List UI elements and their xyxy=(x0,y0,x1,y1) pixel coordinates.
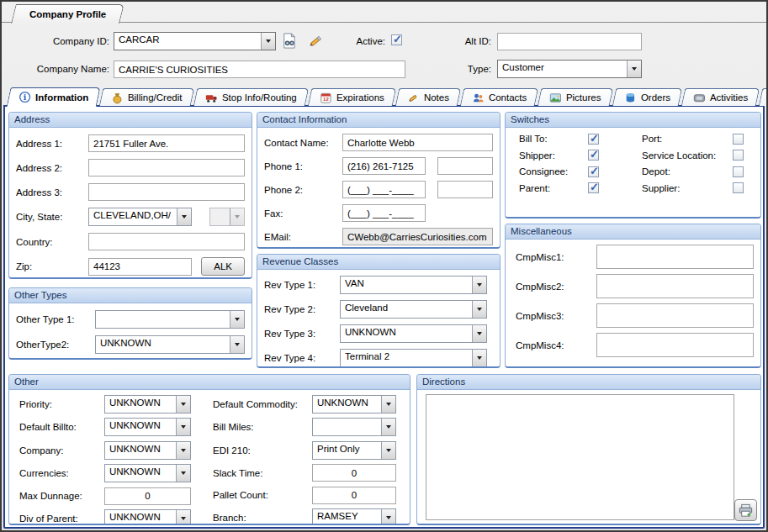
tab-stop-info-routing[interactable]: Stop Info/Routing xyxy=(193,88,309,106)
search-document-button[interactable] xyxy=(278,30,299,50)
alk-button[interactable]: ALK xyxy=(201,257,245,276)
address3-input[interactable] xyxy=(88,183,245,201)
tab-notes[interactable]: Notes xyxy=(395,88,461,106)
rev-type4-combobox[interactable]: Terminal 2 xyxy=(340,349,487,367)
address2-input[interactable] xyxy=(88,159,245,176)
tab-expirations[interactable]: 12 Expirations xyxy=(307,88,395,106)
tab-information[interactable]: i Information xyxy=(6,87,100,108)
document-tab-company-profile[interactable]: Company Profile xyxy=(11,4,124,24)
print-button[interactable] xyxy=(734,499,757,521)
rev-type1-combobox[interactable]: VAN xyxy=(340,276,487,294)
currencies-label: Currencies: xyxy=(19,468,104,478)
chevron-down-icon[interactable] xyxy=(627,61,641,77)
cmpmisc4-label: CmpMisc4: xyxy=(516,340,596,350)
div-of-parent-combobox[interactable]: UNKNOWN xyxy=(104,509,191,525)
edi-210-label: EDI 210: xyxy=(213,445,312,456)
port-checkbox[interactable] xyxy=(733,134,744,145)
parent-checkbox[interactable] xyxy=(588,182,599,193)
email-input[interactable] xyxy=(342,228,493,245)
bill-miles-combobox[interactable] xyxy=(312,418,396,436)
chevron-down-icon[interactable] xyxy=(176,442,190,459)
alt-id-input[interactable] xyxy=(497,33,642,50)
contact-name-input[interactable] xyxy=(342,134,493,151)
phone2-ext-input[interactable] xyxy=(437,181,493,198)
max-dunnage-input[interactable] xyxy=(104,487,191,505)
consignee-checkbox[interactable] xyxy=(588,166,599,177)
phone1-input[interactable] xyxy=(342,157,426,175)
cmpmisc1-input[interactable] xyxy=(596,245,754,269)
tab-quotes[interactable]: ” Quotes xyxy=(759,88,768,106)
fax-input[interactable] xyxy=(342,204,426,222)
phone2-input[interactable] xyxy=(342,181,426,198)
rev-type2-combobox[interactable]: Cleveland xyxy=(340,300,487,319)
default-commodity-combobox[interactable]: UNKNOWN xyxy=(312,395,396,413)
cmpmisc4-input[interactable] xyxy=(596,333,754,357)
other-type1-combobox[interactable] xyxy=(95,310,245,329)
company-id-combobox[interactable]: CARCAR xyxy=(114,32,276,50)
pallet-count-input[interactable] xyxy=(312,487,396,504)
company-combobox[interactable]: UNKNOWN xyxy=(104,441,191,460)
rev-type3-combobox[interactable]: UNKNOWN xyxy=(340,324,487,343)
chevron-down-icon[interactable] xyxy=(472,350,486,366)
chevron-down-icon[interactable] xyxy=(176,419,190,435)
country-input[interactable] xyxy=(88,233,245,250)
chevron-down-icon[interactable] xyxy=(176,465,190,482)
chevron-down-icon[interactable] xyxy=(230,311,244,328)
city-state-combobox[interactable]: CLEVELAND,OH/ xyxy=(88,208,192,226)
city-state-label: City, State: xyxy=(16,212,88,222)
supplier-checkbox[interactable] xyxy=(733,182,744,193)
bill-to-label: Bill To: xyxy=(519,134,588,144)
branch-label: Branch: xyxy=(213,513,312,523)
information-tab-page: Address Address 1: Address 2: Address 3:… xyxy=(3,105,765,529)
chevron-down-icon[interactable] xyxy=(230,336,244,353)
chevron-down-icon[interactable] xyxy=(472,277,486,293)
tab-pictures[interactable]: Pictures xyxy=(538,88,613,106)
currencies-combobox[interactable]: UNKNOWN xyxy=(104,464,191,482)
rev-type4-label: Rev Type 4: xyxy=(264,353,340,363)
zip-input[interactable] xyxy=(88,258,192,276)
default-billto-combobox[interactable]: UNKNOWN xyxy=(104,418,191,436)
supplier-label: Supplier: xyxy=(642,183,733,193)
branch-combobox[interactable]: RAMSEY xyxy=(312,508,396,525)
other-type2-combobox[interactable]: UNKNOWN xyxy=(95,335,245,354)
tab-billing-credit[interactable]: Billing/Credit xyxy=(99,88,194,106)
chevron-down-icon[interactable] xyxy=(381,442,395,459)
edit-button[interactable] xyxy=(305,30,326,50)
chevron-down-icon[interactable] xyxy=(177,208,191,225)
cmpmisc2-input[interactable] xyxy=(596,274,754,298)
phone1-ext-input[interactable] xyxy=(437,157,493,175)
address-group: Address Address 1: Address 2: Address 3:… xyxy=(8,112,252,279)
tab-orders[interactable]: Orders xyxy=(612,88,682,106)
svg-text:12: 12 xyxy=(323,97,329,102)
tab-contacts[interactable]: Contacts xyxy=(459,88,538,106)
chevron-down-icon[interactable] xyxy=(381,396,395,413)
chevron-down-icon[interactable] xyxy=(261,33,275,50)
chevron-down-icon[interactable] xyxy=(472,325,486,342)
depot-checkbox[interactable] xyxy=(733,166,744,177)
directions-textarea[interactable] xyxy=(426,394,734,520)
chevron-down-icon[interactable] xyxy=(176,396,190,413)
div-of-parent-value: UNKNOWN xyxy=(105,510,176,525)
chevron-down-icon[interactable] xyxy=(176,510,190,525)
shipper-checkbox[interactable] xyxy=(588,150,599,161)
bill-to-checkbox[interactable] xyxy=(588,134,599,145)
priority-combobox[interactable]: UNKNOWN xyxy=(104,395,191,413)
slack-time-input[interactable] xyxy=(312,464,396,482)
edi-210-combobox[interactable]: Print Only xyxy=(312,441,396,460)
service-location-checkbox[interactable] xyxy=(733,150,744,161)
type-combobox[interactable]: Customer xyxy=(497,60,642,78)
city-state-secondary-value xyxy=(210,208,230,225)
tab-activities[interactable]: Activities xyxy=(681,88,760,106)
directions-group: Directions xyxy=(416,374,761,525)
chevron-down-icon[interactable] xyxy=(381,509,395,525)
chevron-down-icon[interactable] xyxy=(381,419,395,435)
company-name-input[interactable] xyxy=(114,61,405,78)
service-location-label: Service Location: xyxy=(642,150,733,161)
address1-input[interactable] xyxy=(88,134,245,152)
cmpmisc3-input[interactable] xyxy=(596,303,754,328)
contact-information-group-title: Contact Information xyxy=(257,113,500,128)
type-value: Customer xyxy=(498,61,627,77)
chevron-down-icon[interactable] xyxy=(472,301,486,318)
active-checkbox[interactable] xyxy=(391,34,402,45)
priority-value: UNKNOWN xyxy=(105,396,176,413)
